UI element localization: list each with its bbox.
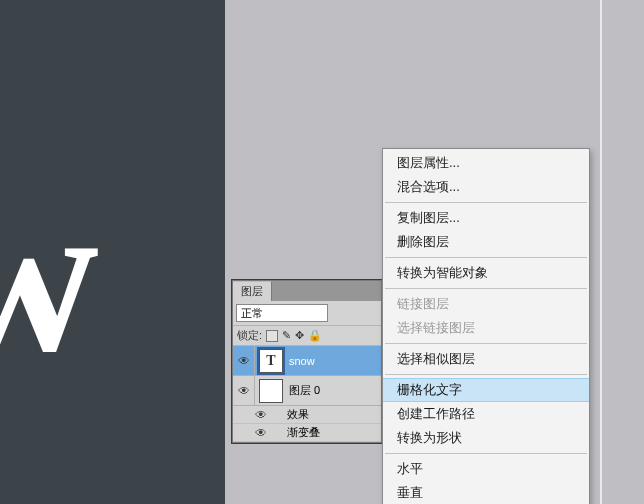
layer-thumb-text-icon[interactable]: T <box>259 349 283 373</box>
menu-item[interactable]: 创建工作路径 <box>383 402 589 426</box>
menu-item[interactable]: 转换为形状 <box>383 426 589 450</box>
menu-item[interactable]: 混合选项... <box>383 175 589 199</box>
layer-fx-label: 效果 <box>287 407 309 422</box>
menu-item[interactable]: 选择相似图层 <box>383 347 589 371</box>
blend-mode-select[interactable]: 正常 <box>236 304 328 322</box>
layer-thumb[interactable] <box>259 379 283 403</box>
menu-item[interactable]: 复制图层... <box>383 206 589 230</box>
menu-separator <box>385 202 587 203</box>
blend-mode-row: 正常 <box>233 301 381 325</box>
canvas-edge <box>600 0 602 504</box>
visibility-toggle-icon[interactable]: 👁 <box>238 354 250 368</box>
menu-separator <box>385 343 587 344</box>
menu-item[interactable]: 水平 <box>383 457 589 481</box>
menu-item: 链接图层 <box>383 292 589 316</box>
menu-separator <box>385 288 587 289</box>
layer-list: 👁 T snow 👁 图层 0 👁 效果 👁 渐变叠 <box>233 346 381 442</box>
menu-item[interactable]: 垂直 <box>383 481 589 504</box>
menu-item[interactable]: 栅格化文字 <box>383 378 589 402</box>
menu-item[interactable]: 转换为智能对象 <box>383 261 589 285</box>
lock-move-icon[interactable]: ✥ <box>295 329 304 342</box>
layer-context-menu: 图层属性...混合选项...复制图层...删除图层转换为智能对象链接图层选择链接… <box>382 148 590 504</box>
layer-fx-item-row[interactable]: 👁 渐变叠 <box>233 424 381 442</box>
layer-name[interactable]: 图层 0 <box>287 383 381 398</box>
layer-fx-row[interactable]: 👁 效果 <box>233 406 381 424</box>
lock-brush-icon[interactable]: ✎ <box>282 329 291 342</box>
layer-row[interactable]: 👁 T snow <box>233 346 381 376</box>
layers-panel-tabbar: 图层 <box>233 281 381 301</box>
menu-item: 选择链接图层 <box>383 316 589 340</box>
app-stage: w 图层 正常 锁定: ✎ ✥ 🔒 👁 T snow 👁 图层 0 <box>0 0 644 504</box>
layers-panel: 图层 正常 锁定: ✎ ✥ 🔒 👁 T snow 👁 图层 0 👁 <box>232 280 382 443</box>
layer-name[interactable]: snow <box>287 355 381 367</box>
menu-separator <box>385 453 587 454</box>
visibility-toggle-icon[interactable]: 👁 <box>238 384 250 398</box>
canvas-sample-glyph: w <box>0 150 91 403</box>
layer-fx-item: 渐变叠 <box>287 425 320 440</box>
visibility-toggle-icon[interactable]: 👁 <box>255 426 267 440</box>
tab-layers[interactable]: 图层 <box>233 281 272 301</box>
canvas-dark-area: w <box>0 0 225 504</box>
visibility-toggle-icon[interactable]: 👁 <box>255 408 267 422</box>
layer-row[interactable]: 👁 图层 0 <box>233 376 381 406</box>
lock-transparent-icon[interactable] <box>266 330 278 342</box>
menu-separator <box>385 257 587 258</box>
lock-row: 锁定: ✎ ✥ 🔒 <box>233 325 381 346</box>
lock-label: 锁定: <box>237 328 262 343</box>
menu-item[interactable]: 删除图层 <box>383 230 589 254</box>
lock-all-icon[interactable]: 🔒 <box>308 329 322 342</box>
menu-separator <box>385 374 587 375</box>
menu-item[interactable]: 图层属性... <box>383 151 589 175</box>
